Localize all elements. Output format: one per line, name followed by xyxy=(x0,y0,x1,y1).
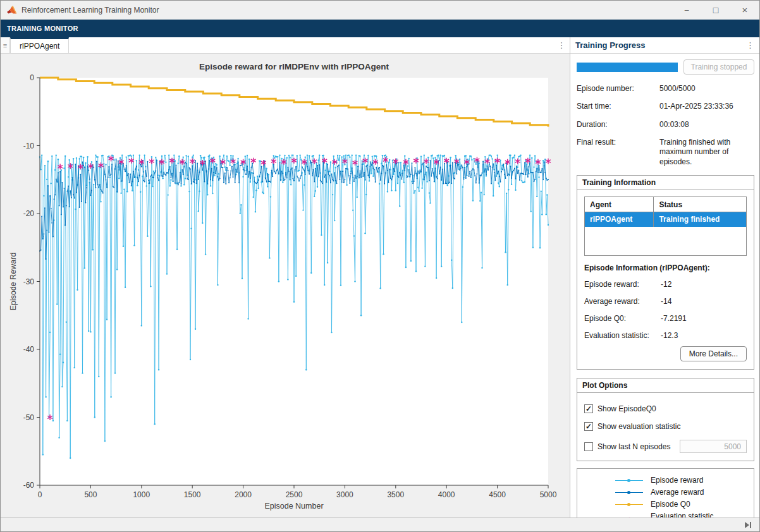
progress-fill xyxy=(577,63,678,72)
minimize-icon[interactable]: – xyxy=(672,1,701,19)
svg-text:1000: 1000 xyxy=(133,490,150,499)
episode-reward-label: Episode reward: xyxy=(584,280,661,289)
final-result-value: Training finished with maximum number of… xyxy=(659,138,754,167)
ribbon-toolstrip: TRAINING MONITOR xyxy=(1,20,759,37)
episode-number-value: 5000/5000 xyxy=(659,84,754,94)
svg-text:5000: 5000 xyxy=(540,490,557,499)
tab-rlppoagent[interactable]: rlPPOAgent xyxy=(10,37,69,53)
panel-menu-icon[interactable]: ⋮ xyxy=(746,40,754,50)
episode-reward-line-swatch xyxy=(615,480,643,481)
training-reward-chart: 0-10-20-30-40-50-60050010001500200025003… xyxy=(1,54,570,517)
svg-text:3500: 3500 xyxy=(387,490,404,499)
tabstrip-menu-icon[interactable]: ⋮ xyxy=(553,37,570,53)
show-episodeq0-option[interactable]: ✓ Show EpisodeQ0 xyxy=(584,404,747,413)
training-progress-bar xyxy=(577,63,678,72)
training-stopped-button[interactable]: Training stopped xyxy=(683,59,754,75)
evaluation-statistic-label: Evaluation statistic: xyxy=(584,331,661,340)
progress-row: Training stopped xyxy=(577,59,754,75)
episode-information-title: Episode Information (rlPPOAgent): xyxy=(584,263,747,272)
average-reward-value: -14 xyxy=(661,297,747,306)
ribbon-tab-training-monitor[interactable]: TRAINING MONITOR xyxy=(1,25,85,32)
panel-body: Training stopped Episode number: 5000/50… xyxy=(570,54,759,517)
average-reward-line-swatch xyxy=(615,492,643,493)
title-bar: Reinforcement Learning Training Monitor … xyxy=(1,1,759,20)
chart-legend: Episode reward Average reward Episode Q0 xyxy=(577,468,754,517)
svg-text:-60: -60 xyxy=(23,481,35,490)
plot-options-section: Plot Options ✓ Show EpisodeQ0 ✓ Show eva… xyxy=(577,378,754,461)
status-bar xyxy=(1,517,759,531)
tab-list-icon[interactable]: ≡ xyxy=(1,37,10,53)
training-information-title: Training Information xyxy=(577,176,754,190)
app-window: Reinforcement Learning Training Monitor … xyxy=(0,0,760,532)
legend-evaluation-statistic: Evaluation statistic (MeanEpisodeReward) xyxy=(577,511,754,517)
svg-text:0: 0 xyxy=(38,490,42,499)
svg-text:-30: -30 xyxy=(23,277,35,286)
svg-text:Episode Reward: Episode Reward xyxy=(9,253,18,311)
svg-text:-50: -50 xyxy=(23,413,35,422)
show-last-n-episodes-label: Show last N episodes xyxy=(598,442,670,451)
show-episodeq0-label: Show EpisodeQ0 xyxy=(598,404,656,413)
legend-average-reward: Average reward xyxy=(577,487,754,499)
run-info: Episode number: 5000/5000 Start time: 01… xyxy=(577,84,754,167)
episode-q0-value: -7.2191 xyxy=(661,314,747,323)
window-controls: – □ × xyxy=(672,1,759,19)
show-evaluation-statistic-label: Show evaluation statistic xyxy=(598,422,680,431)
document-tabstrip: ≡ rlPPOAgent ⋮ xyxy=(1,37,570,54)
start-time-value: 01-Apr-2025 23:33:36 xyxy=(659,102,754,111)
svg-text:-10: -10 xyxy=(23,142,35,150)
show-evaluation-statistic-checkbox[interactable]: ✓ xyxy=(584,422,593,431)
svg-text:4500: 4500 xyxy=(489,490,506,499)
legend-episode-q0: Episode Q0 xyxy=(577,499,754,511)
svg-text:-20: -20 xyxy=(23,209,35,218)
average-reward-label: Average reward: xyxy=(584,297,661,306)
svg-text:2500: 2500 xyxy=(286,490,303,499)
episode-reward-value: -12 xyxy=(661,280,747,289)
svg-text:-40: -40 xyxy=(23,345,35,354)
svg-text:1500: 1500 xyxy=(184,490,201,499)
agent-cell: rlPPOAgent xyxy=(585,212,654,227)
svg-text:2000: 2000 xyxy=(235,490,252,499)
show-evaluation-statistic-option[interactable]: ✓ Show evaluation statistic xyxy=(584,422,747,431)
legend-evaluation-statistic-label: Evaluation statistic (MeanEpisodeReward) xyxy=(651,512,728,517)
legend-episode-reward: Episode reward xyxy=(577,475,754,487)
more-details-button[interactable]: More Details... xyxy=(680,346,747,361)
episode-q0-line-swatch xyxy=(615,504,643,505)
agent-column-header: Agent xyxy=(585,197,654,212)
panel-title: Training Progress xyxy=(575,40,646,50)
evaluation-statistic-value: -12.3 xyxy=(661,331,747,340)
svg-text:4000: 4000 xyxy=(438,490,455,499)
status-column-header: Status xyxy=(654,197,747,212)
skip-to-end-icon[interactable] xyxy=(745,522,751,528)
show-last-n-episodes-option[interactable]: ✓ Show last N episodes xyxy=(584,440,747,453)
duration-value: 00:03:08 xyxy=(659,120,754,130)
table-row[interactable]: rlPPOAgent Training finished xyxy=(585,212,747,227)
n-episodes-input[interactable] xyxy=(680,440,747,453)
chart-pane: ≡ rlPPOAgent ⋮ 0-10-20-30-40-50-60050010… xyxy=(1,37,570,517)
close-icon[interactable]: × xyxy=(730,1,759,19)
maximize-icon[interactable]: □ xyxy=(701,1,730,19)
agents-table: Agent Status rlPPOAgent Training finishe… xyxy=(584,196,747,256)
chart-area: 0-10-20-30-40-50-60050010001500200025003… xyxy=(1,54,570,517)
episode-q0-label: Episode Q0: xyxy=(584,314,661,323)
episode-number-label: Episode number: xyxy=(577,84,659,94)
duration-label: Duration: xyxy=(577,120,659,130)
status-cell: Training finished xyxy=(654,212,747,227)
svg-text:0: 0 xyxy=(30,73,34,82)
panel-header: Training Progress ⋮ xyxy=(570,37,759,54)
final-result-label: Final result: xyxy=(577,138,659,167)
window-title: Reinforcement Learning Training Monitor xyxy=(21,6,159,15)
matlab-logo-icon xyxy=(6,5,17,15)
training-progress-panel: Training Progress ⋮ Training stopped Epi… xyxy=(570,37,759,517)
start-time-label: Start time: xyxy=(577,102,659,111)
main-content: ≡ rlPPOAgent ⋮ 0-10-20-30-40-50-60050010… xyxy=(1,37,759,517)
svg-text:500: 500 xyxy=(84,490,97,499)
table-empty-area xyxy=(585,227,747,256)
agents-table-header: Agent Status xyxy=(585,197,747,212)
svg-text:Episode Number: Episode Number xyxy=(264,502,323,511)
show-last-n-episodes-checkbox[interactable]: ✓ xyxy=(584,442,593,451)
training-information-section: Training Information Agent Status rlPPOA… xyxy=(577,175,754,370)
svg-text:3000: 3000 xyxy=(336,490,353,499)
show-episodeq0-checkbox[interactable]: ✓ xyxy=(584,404,593,413)
tab-label: rlPPOAgent xyxy=(20,42,59,51)
plot-options-title: Plot Options xyxy=(577,378,754,393)
